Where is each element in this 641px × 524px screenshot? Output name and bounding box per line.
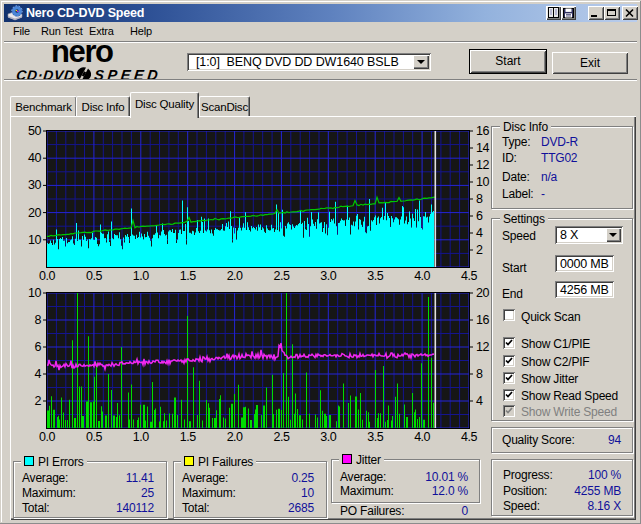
svg-text:12: 12	[476, 158, 489, 172]
svg-text:8: 8	[476, 367, 483, 381]
svg-text:8: 8	[35, 313, 42, 327]
svg-text:4.0: 4.0	[414, 430, 430, 444]
svg-text:20: 20	[28, 206, 41, 220]
svg-text:1.0: 1.0	[133, 430, 149, 444]
svg-text:12: 12	[476, 340, 489, 354]
svg-text:4.0: 4.0	[414, 269, 430, 283]
svg-text:2.0: 2.0	[227, 269, 243, 283]
svg-text:3.0: 3.0	[320, 430, 336, 444]
svg-text:4: 4	[35, 367, 42, 381]
svg-text:40: 40	[28, 151, 41, 165]
svg-text:6: 6	[476, 209, 483, 223]
svg-text:20: 20	[476, 286, 489, 300]
svg-text:4.5: 4.5	[461, 430, 477, 444]
svg-text:6: 6	[35, 340, 42, 354]
svg-text:0.0: 0.0	[39, 269, 55, 283]
svg-text:0.5: 0.5	[86, 430, 102, 444]
svg-text:10: 10	[28, 233, 41, 247]
svg-text:16: 16	[476, 313, 489, 327]
svg-text:4.5: 4.5	[461, 269, 477, 283]
svg-text:4: 4	[476, 394, 483, 408]
svg-text:3.0: 3.0	[320, 269, 336, 283]
svg-text:0.0: 0.0	[39, 430, 55, 444]
svg-text:2.5: 2.5	[273, 430, 289, 444]
svg-text:2.5: 2.5	[273, 269, 289, 283]
svg-text:16: 16	[476, 124, 489, 138]
svg-text:3.5: 3.5	[367, 269, 383, 283]
svg-text:1.5: 1.5	[180, 269, 196, 283]
svg-text:14: 14	[476, 141, 489, 155]
svg-text:1.5: 1.5	[180, 430, 196, 444]
svg-text:1.0: 1.0	[133, 269, 149, 283]
svg-text:0.5: 0.5	[86, 269, 102, 283]
svg-text:30: 30	[28, 178, 41, 192]
svg-text:50: 50	[28, 124, 41, 138]
svg-text:2: 2	[35, 394, 42, 408]
svg-text:10: 10	[28, 286, 41, 300]
svg-text:2.0: 2.0	[227, 430, 243, 444]
svg-text:10: 10	[476, 175, 489, 189]
svg-text:8: 8	[476, 192, 483, 206]
svg-text:4: 4	[476, 226, 483, 240]
svg-text:2: 2	[476, 243, 483, 257]
svg-text:3.5: 3.5	[367, 430, 383, 444]
